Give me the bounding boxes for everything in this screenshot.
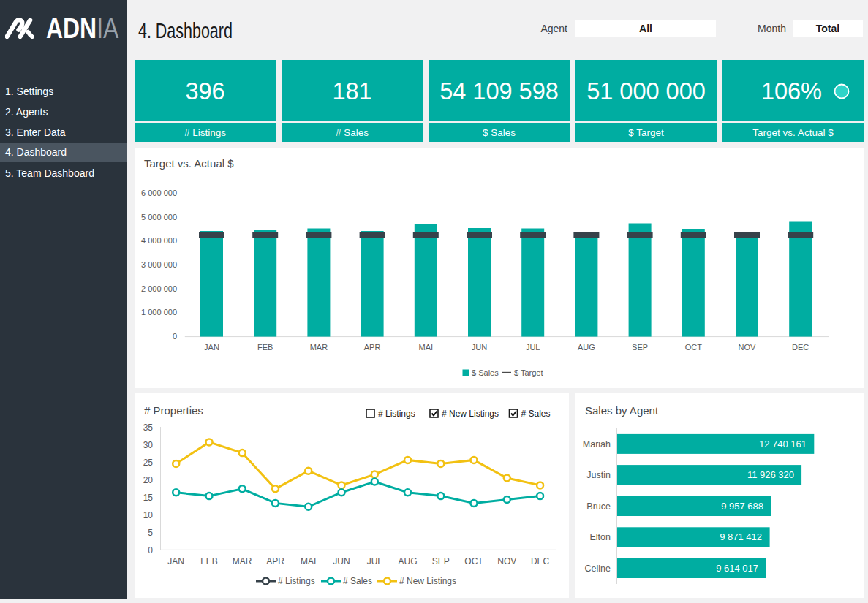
svg-text:0: 0 xyxy=(173,332,177,341)
svg-text:JUL: JUL xyxy=(526,343,540,352)
svg-text:JUL: JUL xyxy=(367,556,383,566)
svg-text:3 000 000: 3 000 000 xyxy=(141,260,177,269)
svg-text:25: 25 xyxy=(143,458,154,468)
svg-text:Bruce: Bruce xyxy=(586,501,611,512)
svg-text:# Listings: # Listings xyxy=(278,576,315,586)
svg-text:SEP: SEP xyxy=(432,556,450,566)
svg-text:5: 5 xyxy=(148,528,153,538)
svg-text:JUN: JUN xyxy=(472,343,487,352)
svg-text:$ Sales: $ Sales xyxy=(472,368,499,377)
svg-text:9 957 688: 9 957 688 xyxy=(721,501,763,512)
svg-text:MAR: MAR xyxy=(233,556,252,566)
svg-text:35: 35 xyxy=(143,422,154,433)
svg-text:NOV: NOV xyxy=(739,343,757,352)
svg-text:# New Listings: # New Listings xyxy=(399,576,456,586)
svg-text:# New Listings: # New Listings xyxy=(442,409,499,419)
svg-text:AUG: AUG xyxy=(398,556,417,566)
svg-text:Target vs. Actual $: Target vs. Actual $ xyxy=(144,157,234,170)
svg-text:9 614 017: 9 614 017 xyxy=(716,563,758,574)
svg-text:DEC: DEC xyxy=(531,556,550,566)
svg-text:FEB: FEB xyxy=(200,556,217,566)
svg-text:MAR: MAR xyxy=(310,343,328,352)
svg-text:11 926 320: 11 926 320 xyxy=(747,469,794,480)
svg-text:JUN: JUN xyxy=(333,556,350,566)
svg-text:MAI: MAI xyxy=(301,556,316,566)
svg-text:Justin: Justin xyxy=(586,470,611,480)
svg-text:# Properties: # Properties xyxy=(144,404,203,417)
svg-text:0: 0 xyxy=(148,545,153,555)
svg-text:Elton: Elton xyxy=(590,532,611,542)
svg-text:Sales by Agent: Sales by Agent xyxy=(585,404,659,417)
svg-text:9 871 412: 9 871 412 xyxy=(720,531,762,542)
svg-text:APR: APR xyxy=(266,556,284,566)
svg-text:# Sales: # Sales xyxy=(343,576,372,586)
svg-text:OCT: OCT xyxy=(685,343,703,352)
svg-text:2 000 000: 2 000 000 xyxy=(141,284,177,293)
svg-text:30: 30 xyxy=(143,440,154,450)
svg-text:# Listings: # Listings xyxy=(378,409,415,419)
svg-text:Mariah: Mariah xyxy=(583,439,611,450)
svg-text:6 000 000: 6 000 000 xyxy=(141,189,177,197)
svg-text:AUG: AUG xyxy=(578,343,595,352)
svg-text:SEP: SEP xyxy=(632,343,648,352)
svg-text:1 000 000: 1 000 000 xyxy=(141,308,177,316)
svg-text:FEB: FEB xyxy=(257,343,273,352)
svg-text:15: 15 xyxy=(143,493,154,503)
svg-text:MAI: MAI xyxy=(419,343,434,352)
svg-text:4 000 000: 4 000 000 xyxy=(141,236,177,245)
svg-text:12 740 161: 12 740 161 xyxy=(759,439,807,450)
svg-text:OCT: OCT xyxy=(464,556,483,566)
svg-text:NOV: NOV xyxy=(497,556,516,566)
svg-text:DEC: DEC xyxy=(792,343,809,352)
svg-text:JAN: JAN xyxy=(167,556,184,566)
svg-text:Celine: Celine xyxy=(585,564,611,574)
svg-text:10: 10 xyxy=(143,510,154,520)
svg-text:JAN: JAN xyxy=(204,343,219,352)
svg-text:5 000 000: 5 000 000 xyxy=(141,213,177,221)
svg-text:20: 20 xyxy=(143,475,154,485)
svg-text:APR: APR xyxy=(364,343,381,352)
svg-text:# Sales: # Sales xyxy=(521,409,551,419)
svg-text:$ Target: $ Target xyxy=(514,368,543,377)
